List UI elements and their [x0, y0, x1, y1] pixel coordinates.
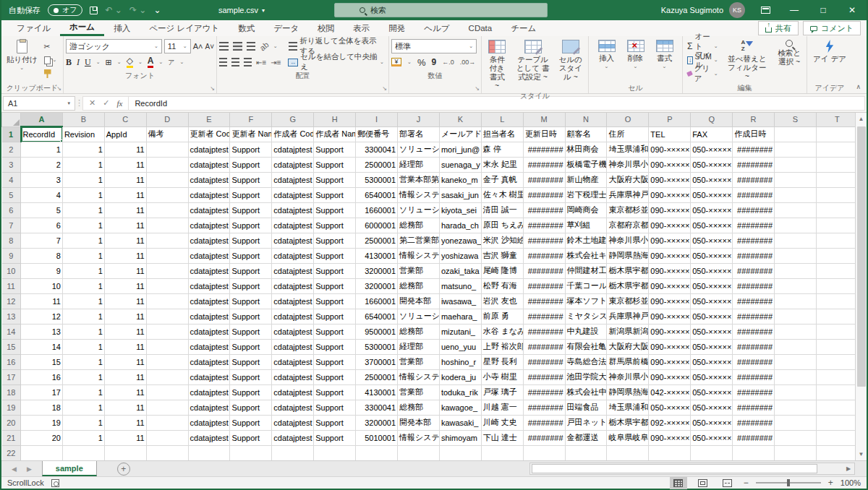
cell-M21[interactable]: ######## [523, 430, 565, 445]
increase-indent-icon[interactable]: ⇥≡ [271, 59, 281, 66]
cell-Q19[interactable]: 050-×××××× [691, 400, 733, 415]
cell-C19[interactable]: 11 [104, 400, 146, 415]
row-header-18[interactable]: 18 [2, 384, 21, 400]
column-header-C[interactable]: C [104, 113, 146, 126]
cell-B20[interactable]: 1 [62, 415, 104, 430]
row-header-17[interactable]: 17 [2, 369, 21, 384]
cell-H15[interactable]: Support [314, 339, 356, 354]
cell-N11[interactable]: 千葉コール [565, 278, 607, 293]
cell-D15[interactable] [146, 339, 188, 354]
cell-F12[interactable]: Support [230, 293, 272, 309]
share-button[interactable]: 共有 [758, 21, 799, 35]
cell-C7[interactable]: 11 [104, 218, 146, 233]
cell-N13[interactable]: ミヤタシス [565, 309, 607, 324]
zoom-level[interactable]: 100% [841, 478, 861, 487]
cell-H8[interactable]: Support [314, 233, 356, 248]
cell-I19[interactable]: 3300041 [356, 400, 398, 415]
cell-E5[interactable]: cdatajptest [188, 187, 230, 202]
cell-O21[interactable]: 岐阜県岐阜 [607, 430, 649, 445]
cell-F11[interactable]: Support [230, 278, 272, 293]
cell-H10[interactable]: Support [314, 263, 356, 278]
cell-G12[interactable]: cdatajptest [272, 293, 314, 309]
cell-C18[interactable]: 11 [104, 384, 146, 400]
cell-S18[interactable] [775, 384, 817, 400]
cell-K13[interactable]: maehara_ [439, 309, 481, 324]
number-dialog-launcher[interactable]: ↘ [475, 85, 480, 92]
cell-I3[interactable]: 2500001 [356, 157, 398, 172]
cell-P19[interactable]: 050-×××××× [649, 400, 691, 415]
cell-O22[interactable] [607, 445, 649, 460]
cell-T8[interactable] [816, 233, 858, 248]
cell-D2[interactable] [146, 142, 188, 157]
cell-B21[interactable]: 1 [62, 430, 104, 445]
column-header-M[interactable]: M [523, 113, 565, 126]
cell-F4[interactable]: Support [230, 172, 272, 187]
cell-P4[interactable]: 090-×××××× [649, 172, 691, 187]
cell-N12[interactable]: 塚本ソフト [565, 293, 607, 309]
cell-C1[interactable]: AppId [104, 126, 146, 142]
macro-record-icon[interactable] [51, 479, 59, 487]
italic-button[interactable]: I [77, 57, 80, 68]
cell-T13[interactable] [816, 309, 858, 324]
cell-P14[interactable]: 090-×××××× [649, 324, 691, 339]
cell-E15[interactable]: cdatajptest [188, 339, 230, 354]
cut-button[interactable]: ✂ [42, 40, 59, 53]
cell-R18[interactable]: ######## [733, 384, 775, 400]
row-header-1[interactable]: 1 [2, 126, 21, 142]
cell-J16[interactable]: 営業部 [398, 354, 440, 369]
cell-C22[interactable] [104, 445, 146, 460]
cell-I9[interactable]: 4130001 [356, 248, 398, 263]
cell-Q3[interactable]: 050-×××××× [691, 157, 733, 172]
cell-G7[interactable]: cdatajptest [272, 218, 314, 233]
cell-C14[interactable]: 11 [104, 324, 146, 339]
row-header-7[interactable]: 7 [2, 218, 21, 233]
cell-G1[interactable]: 作成者 Code [272, 126, 314, 142]
cell-S3[interactable] [775, 157, 817, 172]
tab-help[interactable]: ヘルプ [414, 20, 459, 36]
cell-M7[interactable]: ######## [523, 218, 565, 233]
redo-icon[interactable]: ↷ ⌄ [129, 6, 146, 14]
column-header-O[interactable]: O [607, 113, 649, 126]
cell-O1[interactable]: 住所 [607, 126, 649, 142]
cell-D13[interactable] [146, 309, 188, 324]
cell-O10[interactable]: 栃木県宇都 [607, 263, 649, 278]
cell-Q13[interactable]: 050-×××××× [691, 309, 733, 324]
sort-filter-button[interactable]: AZ並べ替えと フィルター ~ [722, 38, 773, 82]
qat-customize-icon[interactable]: ⌄ [153, 6, 161, 14]
cell-T6[interactable] [816, 202, 858, 218]
column-header-E[interactable]: E [188, 113, 230, 126]
cell-S19[interactable] [775, 400, 817, 415]
zoom-out-button[interactable]: − [744, 478, 749, 488]
cell-N1[interactable]: 顧客名 [565, 126, 607, 142]
cell-P10[interactable]: 090-×××××× [649, 263, 691, 278]
cell-I15[interactable]: 5300001 [356, 339, 398, 354]
cell-P21[interactable]: 090-×××××× [649, 430, 691, 445]
cell-H4[interactable]: Support [314, 172, 356, 187]
cell-D17[interactable] [146, 369, 188, 384]
row-header-5[interactable]: 5 [2, 187, 21, 202]
cell-H5[interactable]: Support [314, 187, 356, 202]
delete-cells-button[interactable]: 削除⌄ [624, 38, 647, 71]
cell-F3[interactable]: Support [230, 157, 272, 172]
cell-F5[interactable]: Support [230, 187, 272, 202]
page-break-view-button[interactable] [719, 477, 736, 489]
user-name[interactable]: Kazuya Sugimoto [661, 6, 723, 14]
cell-N15[interactable]: 有限会社亀 [565, 339, 607, 354]
cell-B16[interactable]: 1 [62, 354, 104, 369]
row-header-15[interactable]: 15 [2, 339, 21, 354]
cell-N14[interactable]: 中丸建設 [565, 324, 607, 339]
cell-G14[interactable]: cdatajptest [272, 324, 314, 339]
cell-A19[interactable]: 18 [21, 400, 63, 415]
column-header-N[interactable]: N [565, 113, 607, 126]
cell-B10[interactable]: 1 [62, 263, 104, 278]
cell-M14[interactable]: ######## [523, 324, 565, 339]
cell-F17[interactable]: Support [230, 369, 272, 384]
column-header-K[interactable]: K [439, 113, 481, 126]
save-icon[interactable] [90, 7, 98, 14]
cell-I7[interactable]: 6000001 [356, 218, 398, 233]
cell-M3[interactable]: ######## [523, 157, 565, 172]
cell-D14[interactable] [146, 324, 188, 339]
cell-M6[interactable]: ######## [523, 202, 565, 218]
cell-S14[interactable] [775, 324, 817, 339]
cell-D20[interactable] [146, 415, 188, 430]
